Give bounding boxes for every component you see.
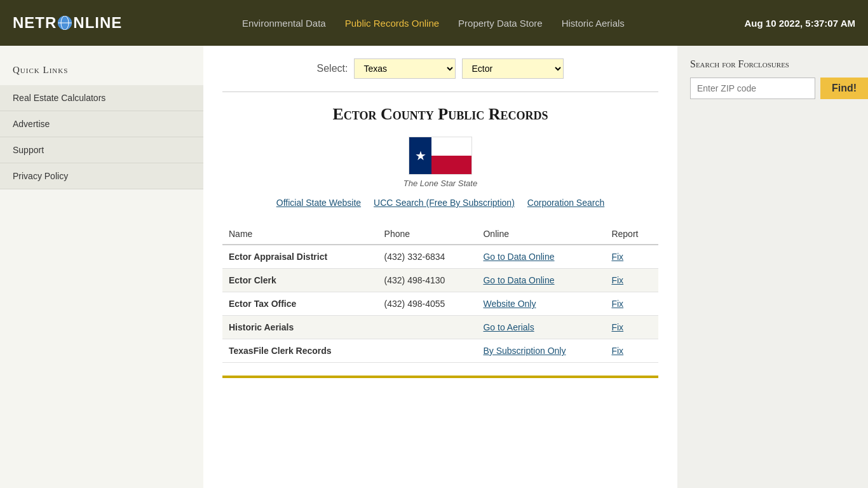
sidebar-item-re-calc[interactable]: Real Estate Calculators <box>0 85 203 111</box>
state-links-row: Official State Website UCC Search (Free … <box>222 198 658 208</box>
county-select[interactable]: Ector <box>462 58 564 79</box>
flag-red-stripe <box>431 156 471 174</box>
find-button[interactable]: Find! <box>820 78 868 99</box>
sidebar-item-support[interactable]: Support <box>0 137 203 163</box>
cell-phone: (432) 332-6834 <box>378 245 477 269</box>
foreclosure-title: Search for Forclosures <box>690 58 855 70</box>
main-container: Quick Links Real Estate Calculators Adve… <box>0 46 868 488</box>
col-header-report: Report <box>605 224 658 245</box>
online-link[interactable]: Website Only <box>483 299 536 309</box>
nav-public-records[interactable]: Public Records Online <box>345 18 439 29</box>
cell-name: Historic Aerials <box>222 316 378 339</box>
table-row: TexasFile Clerk Records By Subscription … <box>222 339 658 363</box>
globe-icon <box>58 16 72 30</box>
state-county-select-row: Select: Texas Ector <box>222 58 658 79</box>
flag-right-stripes <box>431 137 471 174</box>
ucc-search-link[interactable]: UCC Search (Free By Subscription) <box>374 198 515 208</box>
report-link[interactable]: Fix <box>611 252 623 262</box>
county-title: Ector County Public Records <box>222 105 658 124</box>
table-row: Ector Tax Office (432) 498-4055 Website … <box>222 292 658 316</box>
nav-property-data[interactable]: Property Data Store <box>458 18 543 29</box>
report-link[interactable]: Fix <box>611 275 623 285</box>
corporation-search-link[interactable]: Corporation Search <box>527 198 604 208</box>
online-link[interactable]: Go to Aerials <box>483 322 534 332</box>
state-select[interactable]: Texas <box>354 58 456 79</box>
report-link[interactable]: Fix <box>611 346 623 356</box>
report-link[interactable]: Fix <box>611 299 623 309</box>
nav-historic-aerials[interactable]: Historic Aerials <box>562 18 625 29</box>
table-row: Historic Aerials Go to Aerials Fix <box>222 316 658 339</box>
content-divider <box>222 92 658 92</box>
flag-white-stripe <box>431 137 471 156</box>
report-link[interactable]: Fix <box>611 322 623 332</box>
col-header-online: Online <box>477 224 605 245</box>
cell-phone: (432) 498-4130 <box>378 269 477 292</box>
official-state-link[interactable]: Official State Website <box>276 198 361 208</box>
cell-report: Fix <box>605 316 658 339</box>
table-row: Ector Appraisal District (432) 332-6834 … <box>222 245 658 269</box>
select-label: Select: <box>317 63 348 74</box>
records-table: Name Phone Online Report Ector Appraisal… <box>222 224 658 363</box>
flag-caption: The Lone Star State <box>403 179 477 188</box>
cell-online: Go to Aerials <box>477 316 605 339</box>
flag-container: ★ The Lone Star State <box>222 137 658 188</box>
col-header-name: Name <box>222 224 378 245</box>
cell-phone <box>378 339 477 363</box>
cell-online: Go to Data Online <box>477 269 605 292</box>
sidebar-item-advertise[interactable]: Advertise <box>0 111 203 137</box>
zip-input-row: Find! <box>690 78 855 99</box>
cell-report: Fix <box>605 269 658 292</box>
cell-online: By Subscription Only <box>477 339 605 363</box>
zip-input[interactable] <box>690 78 815 99</box>
online-link[interactable]: Go to Data Online <box>483 252 554 262</box>
texas-flag: ★ <box>409 137 472 175</box>
cell-name: TexasFile Clerk Records <box>222 339 378 363</box>
cell-online: Go to Data Online <box>477 245 605 269</box>
flag-star: ★ <box>415 148 426 163</box>
nav-environmental[interactable]: Environmental Data <box>242 18 326 29</box>
col-header-phone: Phone <box>378 224 477 245</box>
gold-bottom-line <box>222 376 658 378</box>
table-row: Ector Clerk (432) 498-4130 Go to Data On… <box>222 269 658 292</box>
site-header: NETR NLINE Environmental Data Public Rec… <box>0 0 868 46</box>
quick-links-title: Quick Links <box>0 58 203 85</box>
sidebar-item-privacy[interactable]: Privacy Policy <box>0 163 203 189</box>
cell-report: Fix <box>605 245 658 269</box>
cell-name: Ector Appraisal District <box>222 245 378 269</box>
right-sidebar: Search for Forclosures Find! <box>677 46 868 488</box>
main-nav: Environmental Data Public Records Online… <box>242 18 625 29</box>
cell-name: Ector Clerk <box>222 269 378 292</box>
sidebar: Quick Links Real Estate Calculators Adve… <box>0 46 203 488</box>
cell-report: Fix <box>605 292 658 316</box>
cell-report: Fix <box>605 339 658 363</box>
cell-name: Ector Tax Office <box>222 292 378 316</box>
header-datetime: Aug 10 2022, 5:37:07 AM <box>744 18 855 29</box>
flag-blue-stripe: ★ <box>409 137 431 174</box>
cell-phone: (432) 498-4055 <box>378 292 477 316</box>
content-area: Select: Texas Ector Ector County Public … <box>203 46 677 488</box>
online-link[interactable]: By Subscription Only <box>483 346 566 356</box>
online-link[interactable]: Go to Data Online <box>483 275 554 285</box>
site-logo[interactable]: NETR NLINE <box>13 14 122 32</box>
cell-phone <box>378 316 477 339</box>
cell-online: Website Only <box>477 292 605 316</box>
